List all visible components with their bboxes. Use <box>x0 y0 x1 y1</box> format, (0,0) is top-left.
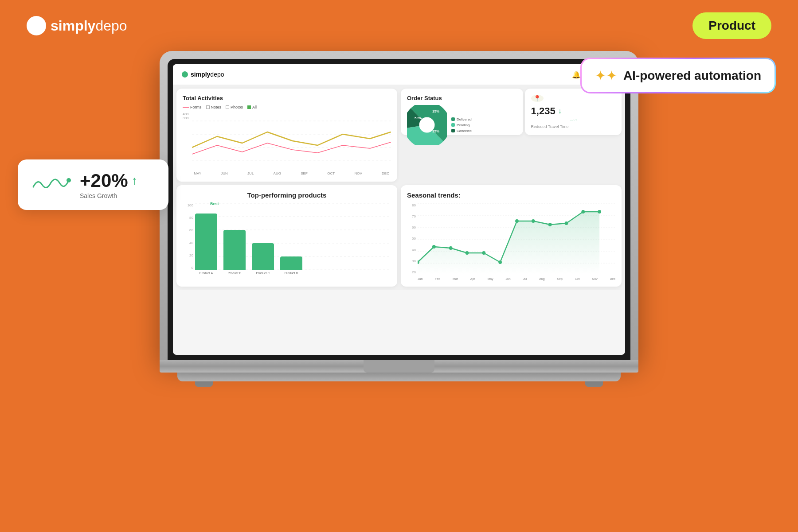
logo: simplydepo <box>27 16 127 35</box>
seasonal-y-axis: 80 70 60 50 40 30 20 <box>407 203 416 274</box>
svg-point-0 <box>66 178 71 183</box>
total-activities-title: Total Activities <box>183 95 391 101</box>
top-products-title: Top-performing products <box>183 191 391 199</box>
dash-logo-dot <box>182 71 188 78</box>
laptop-foot-left <box>195 381 213 387</box>
svg-point-33 <box>581 210 585 214</box>
seasonal-chart-svg <box>418 203 615 274</box>
reduced-travel-card: 📍 1,235 ↓ Reduced Travel <box>525 89 622 135</box>
reduced-number: 1,235 ↓ <box>531 105 562 117</box>
svg-point-31 <box>548 223 552 226</box>
delivered-label: Delivered <box>457 117 472 121</box>
location-icon: 📍 <box>531 95 544 102</box>
dashboard-content: Total Activities Forms Notes <box>173 85 625 290</box>
label-product-c: Product C <box>252 272 274 275</box>
seasonal-chart-wrapper: 80 70 60 50 40 30 20 <box>407 203 615 280</box>
sales-squiggle-icon <box>31 174 71 196</box>
laptop-outer: simplydepo 🔔 ⚙ Total Activities <box>160 51 638 360</box>
ai-badge: ✦✦ AI-powered automation <box>582 59 775 92</box>
bar-product-a <box>195 214 217 270</box>
bar-product-c-fill <box>252 243 274 270</box>
seasonal-trends-title: Seasonal trends: <box>407 191 615 199</box>
sales-arrow-up-icon: ↑ <box>132 174 138 188</box>
sales-label: Sales Growth <box>80 192 138 199</box>
label-product-d: Product D <box>280 272 302 275</box>
x-axis-labels: MAYJUNJULAUGSEPOCTNOVDEC <box>192 171 391 175</box>
seasonal-chart-area: JanFebMarAprMayJunJulAugSepOctNovDec <box>418 203 615 280</box>
seasonal-x-axis: JanFebMarAprMayJunJulAugSepOctNovDec <box>418 277 615 280</box>
top-bar: simplydepo Product <box>0 0 798 51</box>
svg-point-9 <box>576 120 577 120</box>
label-product-b: Product B <box>223 272 246 275</box>
sales-percent: +20% ↑ <box>80 170 138 191</box>
y-axis: 400 300 <box>183 112 190 174</box>
logo-circle <box>27 16 46 35</box>
dash-logo-text: simplydepo <box>191 71 224 78</box>
top-right-row: Order Status <box>401 89 622 135</box>
laptop-bottom <box>177 373 621 381</box>
activities-chart: 400 300 <box>183 112 391 175</box>
top-right-section: Order Status <box>401 89 622 182</box>
svg-point-30 <box>532 219 535 223</box>
legend-forms: Forms <box>183 105 202 109</box>
bar-x-labels: Product A Product B Product C Product D <box>195 272 391 275</box>
total-activities-card: Total Activities Forms Notes <box>176 89 397 182</box>
bar-chart-area: Best <box>195 203 391 279</box>
laptop-screen: simplydepo 🔔 ⚙ Total Activities <box>173 64 625 355</box>
order-status-title: Order Status <box>407 95 517 101</box>
bars-container <box>195 203 391 270</box>
dash-logo: simplydepo <box>182 71 224 78</box>
order-status-card: Order Status <box>401 89 523 135</box>
logo-text: simplydepo <box>51 18 127 34</box>
canceled-label: Canceled <box>457 129 472 133</box>
reduced-mini-chart <box>531 119 615 121</box>
bar-product-a-fill <box>195 214 217 270</box>
pending-label: Pending <box>457 123 469 127</box>
svg-point-25 <box>449 246 453 250</box>
laptop-wrapper: simplydepo 🔔 ⚙ Total Activities <box>160 51 638 387</box>
ai-badge-text: AI-powered automation <box>623 69 761 83</box>
svg-point-26 <box>466 251 469 255</box>
bar-product-b <box>223 230 246 270</box>
bar-product-d-fill <box>280 256 302 270</box>
svg-point-8 <box>419 117 434 132</box>
top-products-card: Top-performing products 100 80 60 40 20 … <box>176 185 397 287</box>
order-status-content: Delivered Pending Canceled <box>407 105 517 145</box>
laptop-feet <box>160 381 638 387</box>
bar-chart-y-axis: 100 80 60 40 20 0 <box>183 203 193 279</box>
ai-badge-wrapper: ✦✦ AI-powered automation <box>580 58 776 93</box>
reduced-down-arrow-icon: ↓ <box>558 107 562 115</box>
svg-point-32 <box>565 221 568 225</box>
svg-point-27 <box>482 251 485 255</box>
chart-legend: Forms Notes Photos <box>183 105 391 109</box>
product-badge[interactable]: Product <box>692 12 771 39</box>
reduced-label: Reduced Travel Time <box>531 124 569 129</box>
svg-point-29 <box>515 219 519 223</box>
chart-area: MAYJUNJULAUGSEPOCTNOVDEC <box>192 112 391 175</box>
laptop-base <box>160 360 638 373</box>
laptop-foot-right <box>585 381 603 387</box>
order-status-pie-chart <box>407 105 447 145</box>
legend-all: All <box>247 105 257 109</box>
seasonal-trends-card: Seasonal trends: 80 70 60 50 40 30 20 <box>401 185 622 287</box>
svg-point-34 <box>598 210 601 214</box>
pie-labels: Delivered Pending Canceled <box>451 117 472 133</box>
bar-product-b-fill <box>223 230 246 270</box>
legend-photos: Photos <box>226 105 243 109</box>
sales-text: +20% ↑ Sales Growth <box>80 170 138 199</box>
svg-point-28 <box>498 260 502 264</box>
sales-growth-card: +20% ↑ Sales Growth <box>18 159 168 210</box>
line-chart-svg <box>192 112 391 170</box>
bar-product-c <box>252 243 274 270</box>
bar-chart-wrapper: 100 80 60 40 20 0 <box>183 203 391 279</box>
dashboard-navbar: simplydepo 🔔 ⚙ <box>173 64 625 85</box>
label-product-a: Product A <box>195 272 217 275</box>
bar-product-d <box>280 256 302 270</box>
ai-sparkle-icon: ✦✦ <box>595 68 617 83</box>
legend-notes: Notes <box>206 105 222 109</box>
svg-point-24 <box>432 245 436 249</box>
laptop-screen-bezel: simplydepo 🔔 ⚙ Total Activities <box>168 59 630 360</box>
